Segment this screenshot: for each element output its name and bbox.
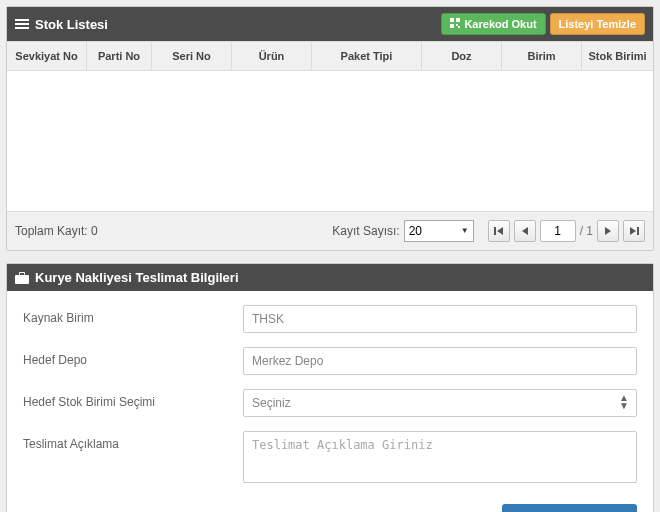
col-seri-no[interactable]: Seri No xyxy=(152,42,232,70)
pager-next-button[interactable] xyxy=(597,220,619,242)
svg-rect-8 xyxy=(494,227,496,235)
complete-delivery-button[interactable]: Teslimatı Tamamla xyxy=(502,504,637,512)
svg-rect-16 xyxy=(20,273,24,275)
svg-rect-7 xyxy=(458,26,460,28)
delivery-panel-header: Kurye Nakliyesi Teslimat Bilgileri xyxy=(7,264,653,291)
svg-rect-14 xyxy=(15,275,29,284)
svg-marker-10 xyxy=(522,227,528,235)
delivery-panel-title: Kurye Nakliyesi Teslimat Bilgileri xyxy=(35,270,239,285)
label-kaynak-birim: Kaynak Birim xyxy=(23,305,243,325)
total-label-text: Toplam Kayıt: xyxy=(15,224,88,238)
col-birim[interactable]: Birim xyxy=(502,42,582,70)
col-urun[interactable]: Ürün xyxy=(232,42,312,70)
page-total-value: 1 xyxy=(586,224,593,238)
pager-first-button[interactable] xyxy=(488,220,510,242)
svg-rect-0 xyxy=(15,19,29,21)
label-teslimat-aciklama: Teslimat Açıklama xyxy=(23,431,243,451)
pager: Kayıt Sayısı: 20 / 1 xyxy=(332,220,645,242)
svg-marker-12 xyxy=(630,227,636,235)
stock-table-header: Sevkiyat No Parti No Seri No Ürün Paket … xyxy=(7,41,653,71)
qr-icon xyxy=(450,17,460,31)
teslimat-aciklama-textarea[interactable] xyxy=(243,431,637,483)
col-sevkiyat-no[interactable]: Sevkiyat No xyxy=(7,42,87,70)
label-hedef-stok: Hedef Stok Birimi Seçimi xyxy=(23,389,243,409)
stock-list-panel: Stok Listesi Karekod Okut Listeyi Temizl… xyxy=(6,6,654,251)
svg-rect-6 xyxy=(456,24,458,26)
clear-list-button[interactable]: Listeyi Temizle xyxy=(550,13,645,35)
hedef-depo-input[interactable] xyxy=(243,347,637,375)
label-hedef-depo: Hedef Depo xyxy=(23,347,243,367)
svg-rect-13 xyxy=(637,227,639,235)
svg-rect-5 xyxy=(450,24,454,28)
hedef-stok-select[interactable]: Seçiniz xyxy=(243,389,637,417)
svg-rect-2 xyxy=(15,27,29,29)
total-record-label: Toplam Kayıt: 0 xyxy=(15,224,98,238)
stock-table-body xyxy=(7,71,653,211)
page-number-input[interactable] xyxy=(540,220,576,242)
svg-rect-4 xyxy=(456,18,460,22)
briefcase-icon xyxy=(15,272,29,284)
pager-last-button[interactable] xyxy=(623,220,645,242)
page-size-label: Kayıt Sayısı: xyxy=(332,224,399,238)
col-stok-birimi[interactable]: Stok Birimi xyxy=(582,42,653,70)
clear-list-label: Listeyi Temizle xyxy=(559,17,636,31)
list-icon xyxy=(15,19,29,29)
col-paket-tipi[interactable]: Paket Tipi xyxy=(312,42,422,70)
stock-panel-header: Stok Listesi Karekod Okut Listeyi Temizl… xyxy=(7,7,653,41)
svg-rect-3 xyxy=(450,18,454,22)
page-total: / 1 xyxy=(580,224,593,238)
pager-prev-button[interactable] xyxy=(514,220,536,242)
svg-marker-11 xyxy=(605,227,611,235)
svg-marker-9 xyxy=(497,227,503,235)
kaynak-birim-input[interactable] xyxy=(243,305,637,333)
col-parti-no[interactable]: Parti No xyxy=(87,42,152,70)
delivery-panel: Kurye Nakliyesi Teslimat Bilgileri Kayna… xyxy=(6,263,654,512)
svg-rect-1 xyxy=(15,23,29,25)
scan-qr-button[interactable]: Karekod Okut xyxy=(441,13,545,35)
stock-panel-title: Stok Listesi xyxy=(35,17,108,32)
page-size-select[interactable]: 20 xyxy=(404,220,474,242)
stock-panel-footer: Toplam Kayıt: 0 Kayıt Sayısı: 20 / 1 xyxy=(7,211,653,250)
delivery-form: Kaynak Birim Hedef Depo Hedef Stok Birim… xyxy=(7,291,653,512)
total-value: 0 xyxy=(91,224,98,238)
scan-qr-label: Karekod Okut xyxy=(464,17,536,31)
col-doz[interactable]: Doz xyxy=(422,42,502,70)
